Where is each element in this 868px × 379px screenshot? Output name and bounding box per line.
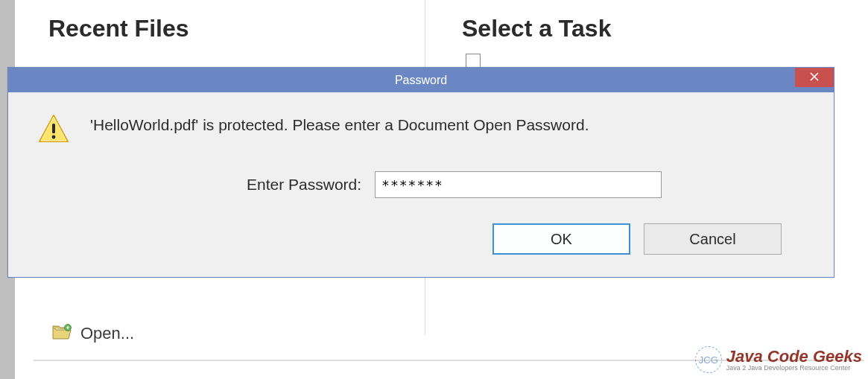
cancel-button[interactable]: Cancel — [644, 223, 782, 255]
password-input[interactable] — [375, 171, 662, 198]
svg-point-2 — [52, 136, 56, 139]
recent-files-heading: Recent Files — [48, 15, 189, 42]
dialog-body: 'HelloWorld.pdf' is protected. Please en… — [8, 92, 834, 277]
dialog-titlebar[interactable]: Password — [8, 68, 834, 92]
close-button[interactable] — [795, 68, 834, 87]
open-file-row[interactable]: Open... — [52, 324, 134, 343]
close-icon — [810, 71, 819, 84]
dialog-message: 'HelloWorld.pdf' is protected. Please en… — [90, 113, 589, 134]
open-label: Open... — [80, 324, 134, 343]
select-task-heading: Select a Task — [462, 15, 611, 42]
watermark-main-text: Java Code Geeks — [726, 348, 862, 365]
watermark-badge-icon: JCG — [695, 346, 722, 373]
svg-rect-1 — [52, 124, 55, 133]
password-label: Enter Password: — [247, 176, 361, 194]
password-dialog: Password 'HelloWorld.pdf' is protected. … — [7, 67, 834, 278]
warning-icon — [38, 113, 69, 147]
dialog-title: Password — [8, 74, 834, 87]
ok-button[interactable]: OK — [492, 223, 630, 255]
watermark: JCG Java Code Geeks Java 2 Java Develope… — [695, 346, 862, 373]
folder-open-icon — [52, 324, 72, 343]
watermark-sub-text: Java 2 Java Developers Resource Center — [726, 365, 862, 372]
